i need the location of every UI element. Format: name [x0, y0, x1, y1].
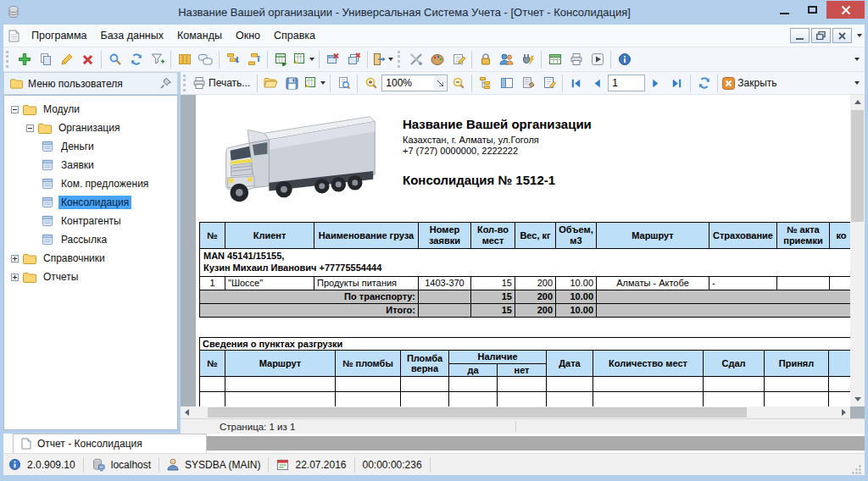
- toolbar-overflow-icon[interactable]: [854, 58, 860, 61]
- menu-program[interactable]: Программа: [25, 25, 94, 46]
- refresh-button[interactable]: [125, 49, 147, 69]
- nav-first-button[interactable]: [565, 73, 587, 93]
- copy-icon: [39, 53, 53, 66]
- zoom-in-button[interactable]: [360, 73, 381, 93]
- edit-page-button[interactable]: [538, 73, 559, 93]
- company-phone: +7 (727) 0000000, 2222222: [403, 146, 518, 156]
- tree-item-money[interactable]: Деньги: [4, 137, 177, 156]
- scroll-up-arrow[interactable]: [850, 95, 865, 109]
- menu-help[interactable]: Справка: [267, 25, 322, 46]
- expand-box-icon[interactable]: [11, 274, 19, 281]
- sidebar-header-label: Меню пользователя: [28, 78, 123, 90]
- close-button[interactable]: [826, 1, 865, 19]
- tree-item-modules[interactable]: Модули: [4, 100, 177, 119]
- tree-item-requests[interactable]: Заявки: [4, 156, 177, 174]
- app-window: Название Вашей организации - Универсальн…: [0, 0, 868, 481]
- power-button[interactable]: [517, 49, 538, 69]
- nav-prev-button[interactable]: [587, 73, 608, 93]
- menu-window[interactable]: Окно: [229, 25, 267, 46]
- mdi-minimize-button[interactable]: [790, 28, 810, 43]
- info-button[interactable]: [614, 49, 635, 69]
- copy-button[interactable]: [35, 49, 56, 69]
- menubar-overflow-icon[interactable]: [857, 34, 862, 37]
- horizontal-scroll-thumb[interactable]: [208, 407, 747, 417]
- lock-button[interactable]: [475, 49, 496, 69]
- tools-button[interactable]: [405, 49, 426, 69]
- report-tree-button[interactable]: [475, 73, 496, 93]
- mdi-restore-button[interactable]: [811, 28, 831, 43]
- collapse-tree-button[interactable]: [243, 49, 264, 69]
- open-report-button[interactable]: [260, 73, 281, 93]
- exit-button[interactable]: [370, 49, 395, 69]
- expand-box-icon[interactable]: [11, 255, 19, 263]
- document-icon: [8, 30, 19, 42]
- vertical-scroll-thumb[interactable]: [851, 110, 864, 222]
- zoom-out-button[interactable]: [448, 73, 469, 93]
- scroll-left-arrow[interactable]: [181, 406, 193, 418]
- nav-next-button[interactable]: [645, 73, 666, 93]
- collapse-box-icon[interactable]: [11, 106, 19, 113]
- palette-button[interactable]: [426, 49, 448, 69]
- maximize-button[interactable]: [798, 1, 826, 19]
- search-button[interactable]: [104, 49, 125, 69]
- resize-grip[interactable]: [851, 464, 862, 475]
- scroll-down-arrow[interactable]: [850, 392, 865, 406]
- toolbar-overflow-icon[interactable]: [854, 81, 860, 85]
- vertical-scrollbar[interactable]: [850, 95, 865, 406]
- play-button[interactable]: [587, 49, 608, 69]
- horizontal-scrollbar[interactable]: [181, 406, 850, 418]
- total-summary-row: Итого: 15 200 10.00: [200, 303, 851, 317]
- zoom-combo-button[interactable]: [434, 76, 446, 90]
- tree-item-directories[interactable]: Справочники: [4, 249, 177, 268]
- report-tree-icon: [479, 76, 492, 90]
- tree-item-offers[interactable]: Ком. предложения: [4, 174, 177, 193]
- nav-prev-icon: [591, 77, 604, 90]
- users-button[interactable]: [496, 49, 517, 69]
- toolbar-grip[interactable]: [6, 51, 10, 68]
- expand-tree-button[interactable]: [222, 49, 243, 69]
- tree-item-consolidation[interactable]: Консолидация: [4, 193, 177, 212]
- minimize-button[interactable]: [771, 1, 798, 19]
- tree-item-mailing[interactable]: Рассылка: [4, 230, 177, 249]
- menu-database[interactable]: База данных: [94, 25, 170, 46]
- collapse-box-icon[interactable]: [26, 124, 34, 132]
- delete-button[interactable]: [77, 49, 98, 69]
- lock-icon: [479, 53, 492, 66]
- scroll-right-arrow[interactable]: [837, 406, 850, 418]
- tree-item-reports[interactable]: Отчеты: [4, 268, 177, 286]
- close-all-windows-button[interactable]: [343, 49, 364, 69]
- columns-button[interactable]: [174, 49, 195, 69]
- tree-item-counterparties[interactable]: Контрагенты: [4, 212, 177, 230]
- print-button[interactable]: [565, 49, 587, 69]
- page-layout-button[interactable]: [496, 73, 517, 93]
- edit-button[interactable]: [56, 49, 77, 69]
- toolbar-grip[interactable]: [398, 51, 402, 68]
- tree-item-organization[interactable]: Организация: [4, 119, 177, 137]
- notes-button[interactable]: [448, 49, 469, 69]
- close-report-label: Закрыть: [737, 77, 779, 89]
- zoom-combo[interactable]: 100%: [381, 75, 448, 91]
- pin-icon[interactable]: [160, 78, 171, 89]
- toolbar-grip[interactable]: [183, 75, 187, 91]
- nav-last-button[interactable]: [666, 73, 687, 93]
- preview-button[interactable]: [333, 73, 354, 93]
- tab-report-consolidation[interactable]: Отчет - Консолидация: [13, 434, 207, 453]
- filter-button[interactable]: [147, 49, 168, 69]
- table-button[interactable]: [544, 49, 565, 69]
- close-report-button[interactable]: Закрыть: [721, 73, 781, 93]
- print-report-button[interactable]: Печать...: [191, 73, 254, 93]
- save-report-button[interactable]: [281, 73, 303, 93]
- close-window-button[interactable]: [322, 49, 343, 69]
- print-icon: [570, 53, 583, 66]
- mdi-close-button[interactable]: [832, 28, 852, 43]
- page-number-input[interactable]: [608, 75, 645, 91]
- export-excel-menu-button[interactable]: [292, 49, 316, 69]
- module-icon: [42, 141, 54, 152]
- export-excel-button[interactable]: [270, 49, 292, 69]
- comments-button[interactable]: [195, 49, 216, 69]
- menu-commands[interactable]: Команды: [170, 25, 229, 46]
- add-button[interactable]: [14, 49, 35, 69]
- export-report-button[interactable]: [303, 73, 327, 93]
- refresh-report-button[interactable]: [693, 73, 715, 93]
- watermark-button[interactable]: [517, 73, 538, 93]
